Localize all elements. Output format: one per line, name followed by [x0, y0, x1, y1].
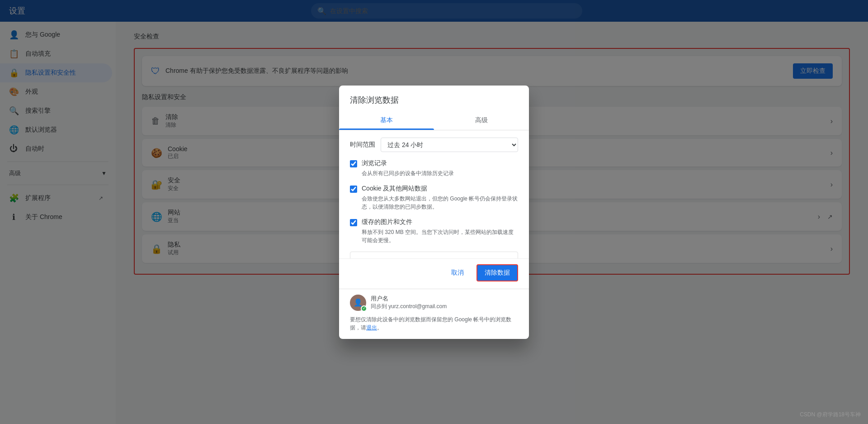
checkbox-desc-history: 会从所有已同步的设备中清除历史记录	[362, 169, 454, 177]
checkbox-item-history: 浏览记录 会从所有已同步的设备中清除历史记录	[350, 159, 518, 177]
checkbox-label-history: 浏览记录	[362, 159, 454, 167]
dialog-footer: 👤 ✓ 用户名 同步到 yurz.control@gmail.com 要想仅清除…	[339, 289, 529, 339]
time-range-row: 时间范围 过去 24 小时 过去 1 小时 过去 7 天 过去 4 周 全部时间	[350, 138, 518, 152]
sync-badge: ✓	[361, 305, 367, 312]
checkbox-label-cookies: Cookie 及其他网站数据	[362, 185, 518, 193]
avatar: 👤 ✓	[350, 295, 366, 311]
checkbox-row-history: 浏览记录 会从所有已同步的设备中清除历史记录	[350, 159, 518, 177]
sign-out-link[interactable]: 退出	[366, 324, 377, 331]
time-range-select[interactable]: 过去 24 小时 过去 1 小时 过去 7 天 过去 4 周 全部时间	[381, 138, 518, 152]
account-info: 用户名 同步到 yurz.control@gmail.com	[371, 295, 447, 310]
dialog-overlay: 清除浏览数据 基本 高级 时间范围 过去 24 小时 过去 1 小时 过去 7 …	[0, 0, 868, 424]
checkbox-item-cookies: Cookie 及其他网站数据 会致使您从大多数网站退出，但您的 Google 帐…	[350, 185, 518, 211]
dialog-title: 清除浏览数据	[339, 86, 529, 105]
cancel-button[interactable]: 取消	[444, 264, 471, 281]
account-name: 用户名	[371, 295, 447, 303]
google-info-box: G 当您登录后，系统可能会将某些其他形式的活动记录保存在您的 Google 帐号…	[350, 252, 518, 258]
watermark: CSDN @府学路18号车神	[800, 411, 861, 419]
tab-advanced[interactable]: 高级	[434, 111, 529, 130]
account-row: 👤 ✓ 用户名 同步到 yurz.control@gmail.com	[350, 295, 518, 311]
account-email: 同步到 yurz.control@gmail.com	[371, 303, 447, 310]
checkbox-item-cache: 缓存的图片和文件 释放不到 320 MB 空间。当您下次访问时，某些网站的加载速…	[350, 218, 518, 244]
dialog-tabs: 基本 高级	[339, 111, 529, 130]
tab-basic[interactable]: 基本	[339, 111, 434, 130]
checkbox-cookies[interactable]	[350, 186, 357, 193]
checkbox-cache[interactable]	[350, 219, 357, 226]
dialog-actions: 取消 清除数据	[339, 258, 529, 289]
google-info-text: 当您登录后，系统可能会将某些其他形式的活动记录保存在您的 Google 帐号中。…	[368, 257, 511, 258]
clear-browsing-dialog: 清除浏览数据 基本 高级 时间范围 过去 24 小时 过去 1 小时 过去 7 …	[339, 86, 529, 339]
time-range-label: 时间范围	[350, 141, 375, 149]
checkbox-label-cache: 缓存的图片和文件	[362, 218, 518, 226]
dialog-content: 时间范围 过去 24 小时 过去 1 小时 过去 7 天 过去 4 周 全部时间…	[339, 130, 529, 258]
checkbox-row-cache: 缓存的图片和文件 释放不到 320 MB 空间。当您下次访问时，某些网站的加载速…	[350, 218, 518, 244]
checkbox-desc-cache: 释放不到 320 MB 空间。当您下次访问时，某些网站的加载速度可能会更慢。	[362, 228, 518, 244]
checkbox-desc-cookies: 会致使您从大多数网站退出，但您的 Google 帐号仍会保持登录状态，以便清除您…	[362, 195, 518, 211]
checkbox-row-cookies: Cookie 及其他网站数据 会致使您从大多数网站退出，但您的 Google 帐…	[350, 185, 518, 211]
checkbox-history[interactable]	[350, 160, 357, 167]
footer-note: 要想仅清除此设备中的浏览数据而保留您的 Google 帐号中的浏览数据，请退出。	[350, 315, 518, 332]
clear-data-button[interactable]: 清除数据	[476, 264, 518, 281]
